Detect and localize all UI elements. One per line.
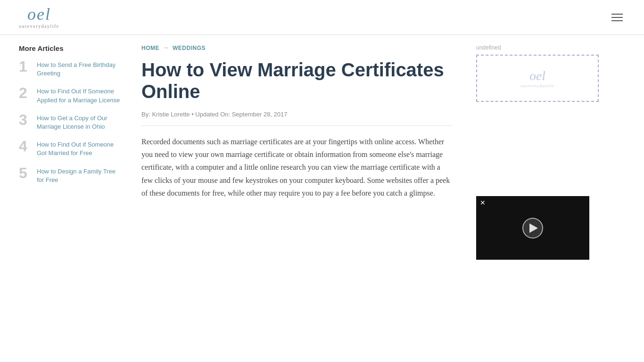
more-articles-heading: More Articles [19, 44, 123, 52]
ad-logo-text: oel [529, 68, 545, 83]
hamburger-menu[interactable] [609, 11, 625, 24]
left-sidebar: More Articles 1 How to Send a Free Birth… [0, 35, 132, 269]
list-item: 1 How to Send a Free Birthday Greeting [19, 61, 123, 78]
related-article-link-5[interactable]: How to Design a Family Tree for Free [37, 167, 123, 184]
related-articles-list: 1 How to Send a Free Birthday Greeting 2… [19, 61, 123, 184]
main-content: HOME → WEDDINGS How to View Marriage Cer… [132, 35, 471, 269]
breadcrumb-arrow: → [163, 44, 169, 51]
play-button[interactable] [522, 218, 543, 239]
ad-placeholder: oel oureverydaylife [476, 55, 599, 102]
list-item: 3 How to Get a Copy of Our Marriage Lice… [19, 114, 123, 131]
ad-logo: oel oureverydaylife [520, 68, 554, 88]
article-number-1: 1 [19, 59, 32, 74]
breadcrumb: HOME → WEDDINGS [141, 44, 453, 51]
article-meta: By: Kristie Lorette • Updated On: Septem… [141, 111, 453, 126]
hamburger-line-1 [611, 14, 623, 15]
hamburger-line-2 [611, 17, 623, 18]
ad-logo-sub: oureverydaylife [520, 83, 554, 88]
breadcrumb-home[interactable]: HOME [141, 45, 159, 51]
article-number-4: 4 [19, 139, 32, 154]
video-close-button[interactable]: ✕ [480, 199, 486, 206]
article-number-3: 3 [19, 112, 32, 127]
list-item: 4 How to Find Out if Someone Got Married… [19, 140, 123, 157]
page-container: More Articles 1 How to Send a Free Birth… [0, 35, 644, 269]
related-article-link-4[interactable]: How to Find Out if Someone Got Married f… [37, 140, 123, 157]
article-title: How to View Marriage Certificates Online [141, 59, 453, 102]
hamburger-line-3 [611, 20, 623, 21]
ad-label: undefined [476, 44, 603, 51]
related-article-link-2[interactable]: How to Find Out If Someone Applied for a… [37, 87, 123, 104]
video-player: ✕ [476, 196, 589, 260]
site-header: oel oureverydaylife [0, 0, 644, 35]
article-body: Recorded documents such as marriage cert… [141, 135, 453, 199]
logo-subtext: oureverydaylife [19, 24, 59, 29]
breadcrumb-section[interactable]: WEDDINGS [173, 45, 206, 51]
article-number-5: 5 [19, 165, 32, 181]
list-item: 2 How to Find Out If Someone Applied for… [19, 87, 123, 104]
article-number-2: 2 [19, 85, 32, 100]
related-article-link-3[interactable]: How to Get a Copy of Our Marriage Licens… [37, 114, 123, 131]
list-item: 5 How to Design a Family Tree for Free [19, 167, 123, 184]
logo-text: oel [27, 6, 51, 23]
right-sidebar: undefined oel oureverydaylife ✕ [471, 35, 613, 269]
related-article-link-1[interactable]: How to Send a Free Birthday Greeting [37, 61, 123, 78]
site-logo[interactable]: oel oureverydaylife [19, 6, 59, 29]
play-icon [529, 223, 538, 233]
